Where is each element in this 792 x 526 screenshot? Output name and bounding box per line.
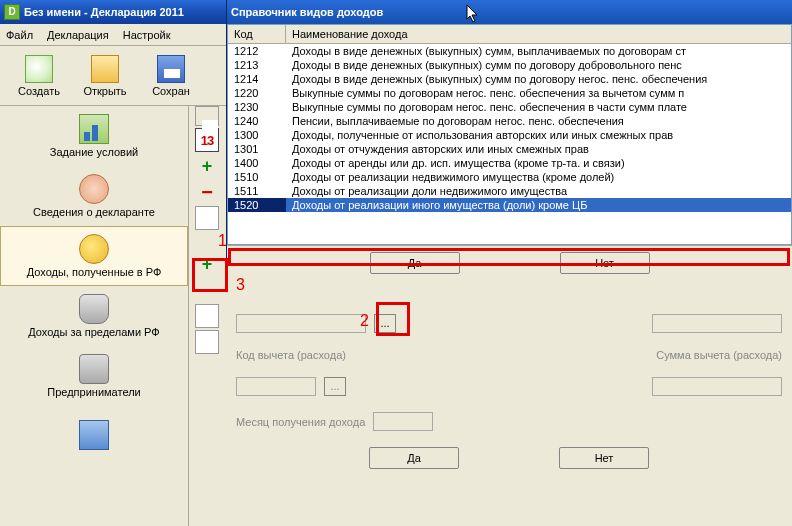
lookup-cell-code: 1400 xyxy=(228,156,286,170)
open-icon xyxy=(91,55,119,83)
coins-icon xyxy=(79,234,109,264)
income-code-row: ... xyxy=(236,314,782,333)
lookup-cell-name: Доходы в виде денежных (выкупных) сумм, … xyxy=(286,44,791,58)
lookup-row[interactable]: 1214Доходы в виде денежных (выкупных) су… xyxy=(228,72,791,86)
menu-declaration[interactable]: Декларация xyxy=(47,29,109,41)
lookup-row[interactable]: 1300Доходы, полученные от использования … xyxy=(228,128,791,142)
sidebar-item-label: Предприниматели xyxy=(47,386,140,398)
lookup-header: Код Наименование дохода xyxy=(228,25,791,44)
lookup-cell-name: Доходы в виде денежных (выкупных) сумм п… xyxy=(286,58,791,72)
mini-plus-icon[interactable]: + xyxy=(195,154,219,178)
mini-plus2-icon[interactable]: + xyxy=(195,252,219,276)
lookup-cell-code: 1511 xyxy=(228,184,286,198)
mini-edit-icon[interactable] xyxy=(195,206,219,230)
lookup-cell-name: Доходы от реализации иного имущества (до… xyxy=(286,198,791,212)
month-input[interactable] xyxy=(373,412,433,431)
sidebar-item-label: Сведения о декларанте xyxy=(33,206,155,218)
save-icon xyxy=(157,55,185,83)
income-sum-input[interactable] xyxy=(652,314,782,333)
sidebar-item-label: Доходы, полученные в РФ xyxy=(27,266,162,278)
popup-yes-button[interactable]: Да xyxy=(370,252,460,274)
lookup-cell-name: Доходы, полученные от использования авто… xyxy=(286,128,791,142)
menu-file[interactable]: Файл xyxy=(6,29,33,41)
lookup-cell-name: Доходы от реализации недвижимого имущест… xyxy=(286,170,791,184)
mini-copy-icon[interactable] xyxy=(195,330,219,354)
lookup-cell-name: Доходы в виде денежных (выкупных) сумм п… xyxy=(286,72,791,86)
lookup-row[interactable]: 1213Доходы в виде денежных (выкупных) су… xyxy=(228,58,791,72)
col-code-header[interactable]: Код xyxy=(228,25,286,43)
mini-toolbar: 13 + − + − xyxy=(190,106,224,354)
lookup-cell-code: 1300 xyxy=(228,128,286,142)
sidebar-item-income-abroad[interactable]: Доходы за пределами РФ xyxy=(0,286,188,346)
form-yes-button[interactable]: Да xyxy=(369,447,459,469)
income-code-input[interactable] xyxy=(236,314,366,333)
lookup-cell-name: Доходы от отчуждения авторских или иных … xyxy=(286,142,791,156)
mini-minus2-icon[interactable]: − xyxy=(195,278,219,302)
lookup-row[interactable]: 1220Выкупные суммы по договорам негос. п… xyxy=(228,86,791,100)
lookup-cell-name: Доходы от реализации доли недвижимого им… xyxy=(286,184,791,198)
deduction-code-lookup-button[interactable]: ... xyxy=(324,377,346,396)
popup-no-button[interactable]: Нет xyxy=(560,252,650,274)
lookup-row[interactable]: 1212Доходы в виде денежных (выкупных) су… xyxy=(228,44,791,58)
sidebar-item-entrepreneurs[interactable]: Предприниматели xyxy=(0,346,188,406)
lookup-cell-code: 1213 xyxy=(228,58,286,72)
mini-thirteen[interactable]: 13 xyxy=(195,128,219,152)
sidebar-item-income-rf[interactable]: Доходы, полученные в РФ xyxy=(0,226,188,286)
deduction-sum-input[interactable] xyxy=(652,377,782,396)
lookup-cell-name: Пенсии, выплачиваемые по договорам негос… xyxy=(286,114,791,128)
toolbar-create-label: Создать xyxy=(18,85,60,97)
toolbar-create[interactable]: Создать xyxy=(6,55,72,97)
lookup-row[interactable]: 1510Доходы от реализации недвижимого иму… xyxy=(228,170,791,184)
lookup-cell-name: Доходы от аренды или др. исп. имущества … xyxy=(286,156,791,170)
lookup-row[interactable]: 1301Доходы от отчуждения авторских или и… xyxy=(228,142,791,156)
mini-minus-icon[interactable]: − xyxy=(195,180,219,204)
lookup-cell-code: 1301 xyxy=(228,142,286,156)
new-icon xyxy=(25,55,53,83)
lookup-cell-code: 1520 xyxy=(228,198,286,212)
mini-edit2-icon[interactable] xyxy=(195,304,219,328)
deduction-code-label: Код вычета (расхода) xyxy=(236,349,346,361)
lookup-table: Код Наименование дохода 1212Доходы в вид… xyxy=(227,24,792,245)
form-no-button[interactable]: Нет xyxy=(559,447,649,469)
chart-icon xyxy=(79,114,109,144)
sidebar-item-extra[interactable] xyxy=(0,406,188,466)
sidebar-item-label: Доходы за пределами РФ xyxy=(28,326,159,338)
sidebar-item-declarant[interactable]: Сведения о декларанте xyxy=(0,166,188,226)
lookup-cell-name: Выкупные суммы по договорам негос. пенс.… xyxy=(286,100,791,114)
month-row: Месяц получения дохода xyxy=(236,412,782,431)
lookup-cell-code: 1212 xyxy=(228,44,286,58)
toolbar-open-label: Открыть xyxy=(83,85,126,97)
person-icon xyxy=(79,174,109,204)
menu-settings[interactable]: Настройк xyxy=(123,29,171,41)
lookup-cell-code: 1510 xyxy=(228,170,286,184)
lookup-row[interactable]: 1511Доходы от реализации доли недвижимог… xyxy=(228,184,791,198)
businessman-icon xyxy=(79,354,109,384)
popup-buttons: Да Нет xyxy=(227,245,792,280)
main-title: Без имени - Декларация 2011 xyxy=(24,6,184,18)
blue-icon xyxy=(79,420,109,450)
toolbar-save-label: Сохран xyxy=(152,85,190,97)
col-name-header[interactable]: Наименование дохода xyxy=(286,25,791,43)
income-code-lookup-button[interactable]: ... xyxy=(374,314,396,333)
sidebar: Задание условий Сведения о декларанте До… xyxy=(0,106,188,466)
mini-save-icon[interactable] xyxy=(195,106,219,126)
sidebar-item-conditions[interactable]: Задание условий xyxy=(0,106,188,166)
lookup-row[interactable]: 1230Выкупные суммы по договорам негос. п… xyxy=(228,100,791,114)
deduction-code-input[interactable] xyxy=(236,377,316,396)
lookup-rows[interactable]: 1212Доходы в виде денежных (выкупных) су… xyxy=(228,44,791,244)
lookup-cell-code: 1230 xyxy=(228,100,286,114)
lookup-row[interactable]: 1240Пенсии, выплачиваемые по договорам н… xyxy=(228,114,791,128)
popup-title: Справочник видов доходов xyxy=(231,6,383,18)
lookup-row[interactable]: 1520Доходы от реализации иного имущества… xyxy=(228,198,791,212)
month-label: Месяц получения дохода xyxy=(236,416,365,428)
moneybag-icon xyxy=(79,294,109,324)
toolbar-save[interactable]: Сохран xyxy=(138,55,204,97)
lookup-cell-code: 1240 xyxy=(228,114,286,128)
lookup-cell-name: Выкупные суммы по договорам негос. пенс.… xyxy=(286,86,791,100)
deduction-sum-label: Сумма вычета (расхода) xyxy=(656,349,782,361)
toolbar-open[interactable]: Открыть xyxy=(72,55,138,97)
deduction-inputs-row: ... xyxy=(236,377,782,396)
deduction-row: Код вычета (расхода) Сумма вычета (расхо… xyxy=(236,349,782,361)
lookup-cell-code: 1220 xyxy=(228,86,286,100)
lookup-row[interactable]: 1400Доходы от аренды или др. исп. имущес… xyxy=(228,156,791,170)
